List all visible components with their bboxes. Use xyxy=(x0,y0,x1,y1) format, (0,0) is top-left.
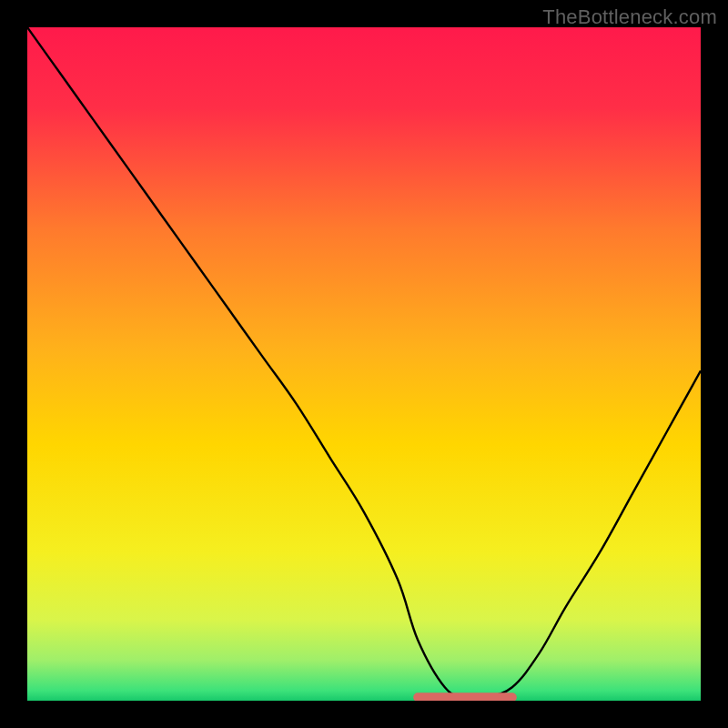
plot-area xyxy=(27,27,701,701)
chart-svg xyxy=(27,27,701,701)
watermark-text: TheBottleneck.com xyxy=(542,5,717,29)
chart-background xyxy=(27,27,701,701)
chart-frame: TheBottleneck.com xyxy=(0,0,728,728)
